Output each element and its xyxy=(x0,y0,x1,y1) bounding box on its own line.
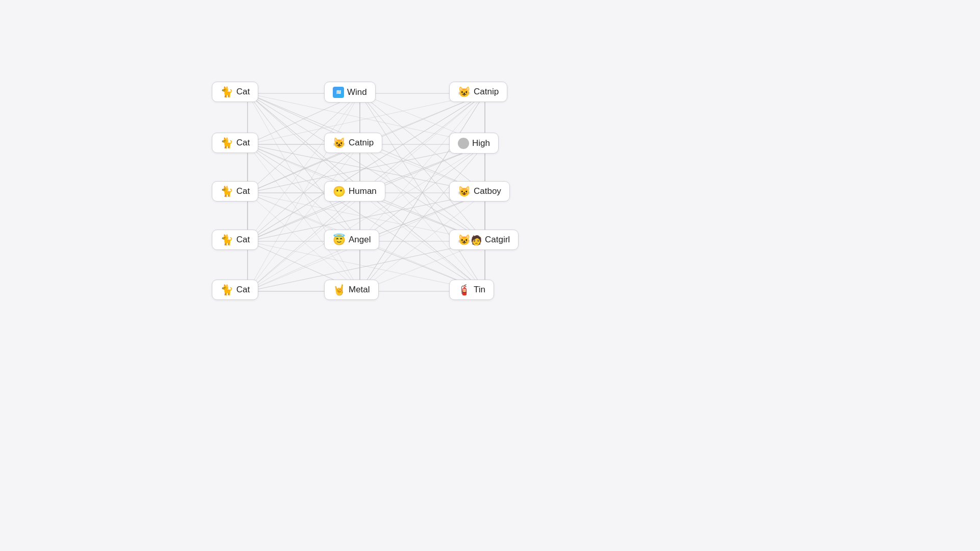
node-wind[interactable]: ≋Wind xyxy=(324,82,376,103)
node-angel[interactable]: 😇Angel xyxy=(324,230,379,250)
svg-line-33 xyxy=(248,93,485,241)
node-catnip1[interactable]: 😺Catnip xyxy=(449,82,507,102)
node-label-catnip1: Catnip xyxy=(474,87,499,97)
node-icon-cat3: 🐈 xyxy=(220,186,233,197)
node-icon-catnip2: 😺 xyxy=(333,137,346,148)
node-metal[interactable]: 🤘Metal xyxy=(324,280,379,300)
svg-line-107 xyxy=(248,93,360,241)
svg-line-59 xyxy=(360,144,485,291)
svg-line-34 xyxy=(360,93,485,241)
node-catgirl[interactable]: 😺🧑Catgirl xyxy=(449,230,519,250)
node-cat5[interactable]: 🐈Cat xyxy=(212,280,258,300)
node-cat3[interactable]: 🐈Cat xyxy=(212,181,258,202)
node-label-angel: Angel xyxy=(349,235,371,245)
svg-line-115 xyxy=(248,93,485,241)
node-label-catnip2: Catnip xyxy=(349,138,374,148)
node-high[interactable]: High xyxy=(449,133,499,154)
node-cat2[interactable]: 🐈Cat xyxy=(212,133,258,153)
svg-line-66 xyxy=(248,144,485,291)
svg-line-48 xyxy=(248,144,360,291)
node-label-high: High xyxy=(472,138,490,148)
node-icon-catnip1: 😺 xyxy=(458,86,471,97)
node-icon-cat1: 🐈 xyxy=(220,86,233,97)
node-catnip2[interactable]: 😺Catnip xyxy=(324,133,382,153)
svg-line-21 xyxy=(248,93,360,241)
svg-line-146 xyxy=(248,144,485,291)
node-icon-catgirl: 😺🧑 xyxy=(458,234,482,245)
node-icon-cat2: 🐈 xyxy=(220,137,233,148)
node-label-cat3: Cat xyxy=(236,186,250,196)
node-icon-wind: ≋ xyxy=(333,86,344,98)
svg-line-137 xyxy=(248,93,485,241)
svg-line-10 xyxy=(248,93,485,241)
node-label-human: Human xyxy=(349,186,377,196)
svg-line-113 xyxy=(360,93,485,241)
node-icon-human: 😶 xyxy=(333,186,346,197)
node-icon-catboy: 😺 xyxy=(458,186,471,197)
svg-line-67 xyxy=(360,144,485,291)
node-cat1[interactable]: 🐈Cat xyxy=(212,82,258,102)
node-tin[interactable]: 🧯Tin xyxy=(449,280,494,300)
svg-line-49 xyxy=(248,144,485,291)
node-label-cat2: Cat xyxy=(236,138,250,148)
node-icon-angel: 😇 xyxy=(333,234,346,245)
svg-line-23 xyxy=(360,93,485,241)
node-icon-high xyxy=(458,137,469,149)
node-label-catboy: Catboy xyxy=(474,186,501,196)
node-catboy[interactable]: 😺Catboy xyxy=(449,181,510,202)
node-label-tin: Tin xyxy=(474,285,485,295)
canvas-area: 🐈Cat≋Wind😺Catnip🐈Cat😺CatnipHigh🐈Cat😶Huma… xyxy=(0,0,980,551)
svg-line-9 xyxy=(248,93,360,241)
node-label-cat1: Cat xyxy=(236,87,250,97)
svg-line-108 xyxy=(248,93,485,241)
node-human[interactable]: 😶Human xyxy=(324,181,385,202)
node-icon-cat5: 🐈 xyxy=(220,284,233,295)
svg-line-57 xyxy=(248,144,360,291)
node-label-cat5: Cat xyxy=(236,285,250,295)
node-icon-tin: 🧯 xyxy=(458,284,471,295)
node-icon-cat4: 🐈 xyxy=(220,234,233,245)
node-label-catgirl: Catgirl xyxy=(485,235,510,245)
node-cat4[interactable]: 🐈Cat xyxy=(212,230,258,250)
node-icon-metal: 🤘 xyxy=(333,284,346,295)
node-label-wind: Wind xyxy=(347,87,367,97)
svg-line-144 xyxy=(360,144,485,291)
node-label-metal: Metal xyxy=(349,285,370,295)
node-label-cat4: Cat xyxy=(236,235,250,245)
